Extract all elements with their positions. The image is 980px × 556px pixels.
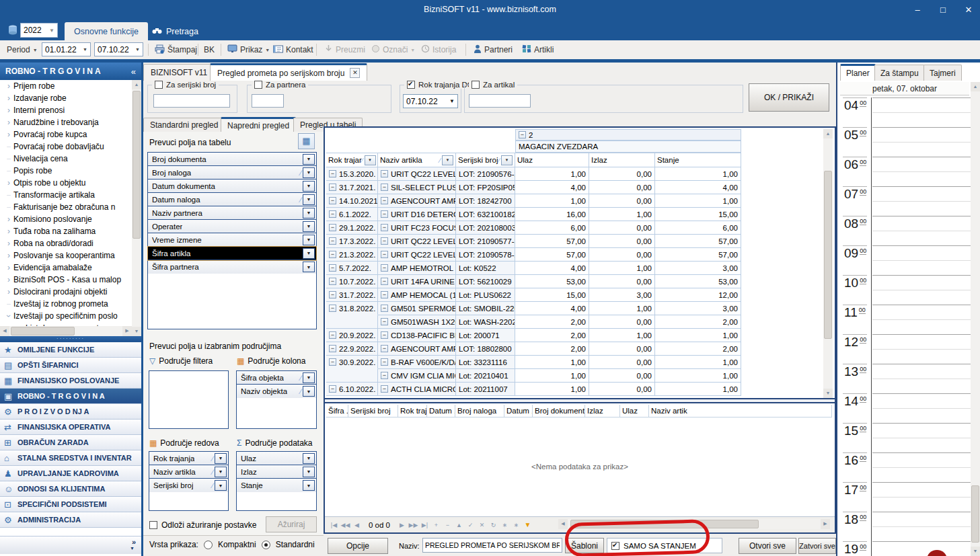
expand-icon[interactable] <box>4 190 13 200</box>
collapse-icon[interactable] <box>381 264 388 272</box>
expand-icon[interactable] <box>4 251 13 260</box>
article-name-cell[interactable]: URIT FC23 FOCUS SO... <box>378 221 456 235</box>
nav-button[interactable]: ▲ <box>454 522 464 528</box>
collapse-icon[interactable] <box>381 372 388 379</box>
field-item[interactable]: Vreme izmene ∕ <box>148 233 316 247</box>
expand-icon[interactable] <box>4 214 13 224</box>
collapse-icon[interactable] <box>329 331 336 339</box>
scroll-left-icon[interactable]: ◀ <box>558 519 568 529</box>
collapse-icon[interactable] <box>329 345 336 352</box>
view-button[interactable]: Prikaz▼ <box>225 42 272 57</box>
collapse-icon[interactable] <box>381 305 388 312</box>
expand-icon[interactable] <box>4 227 13 236</box>
expand-icon[interactable] <box>4 166 13 175</box>
tree-item[interactable]: BizniSoft POS - Kasa u malop <box>0 274 132 286</box>
scrollbar-thumb[interactable] <box>570 520 759 528</box>
serial-number-cell[interactable]: LOT: 21090576-2 <box>456 167 515 181</box>
collapse-icon[interactable] <box>381 237 388 245</box>
field-item[interactable]: Rok trajanja ∕ <box>149 452 228 465</box>
serial-number-cell[interactable]: LOT: 18802800 <box>456 342 515 356</box>
pivot-row[interactable]: 20.9.2022. CD138-PACIFIC BLUE,... Lot: 2… <box>326 329 741 342</box>
expiry-date-cell[interactable]: 6.10.2022. <box>326 383 378 396</box>
expand-icon[interactable] <box>4 118 13 127</box>
pivot-row[interactable]: 10.7.2022. URIT 14FA URINE RE... LOT: 56… <box>326 275 741 288</box>
tab-pretraga[interactable]: Pretraga <box>143 22 208 40</box>
field-item[interactable]: Broj naloga ∕ <box>148 166 316 180</box>
collapse-icon[interactable] <box>329 237 336 245</box>
detail-column-header[interactable]: Broj naloga <box>455 405 504 418</box>
report-name-input[interactable] <box>422 538 562 553</box>
filter-button[interactable] <box>365 155 376 165</box>
serial-checkbox[interactable] <box>155 81 163 89</box>
expiry-date-cell[interactable]: 5.7.2022. <box>326 262 378 275</box>
expiry-date-cell[interactable]: 20.9.2022. <box>326 329 378 342</box>
column-header-stanje[interactable]: Stanje <box>655 153 741 167</box>
pivot-row[interactable]: GM501WASH 1X20ML,... Lot: WASH-2202 2,00… <box>326 315 741 329</box>
article-name-cell[interactable]: B-RAF V600E/K/D/R/M... <box>378 356 456 369</box>
expiry-date-cell[interactable]: 6.1.2022. <box>326 208 378 221</box>
tree-item[interactable]: Interni prenosi <box>0 104 132 116</box>
tree-item[interactable]: Izdavanje robe <box>0 92 132 104</box>
module-button[interactable]: ⊡ SPECIFIČNI PODSISTEMI <box>0 497 141 512</box>
nav-button[interactable]: ▶| <box>420 522 430 528</box>
pivot-row[interactable]: 14.10.2021. AGENCOURT AMPURE... LOT: 182… <box>326 194 741 208</box>
nav-button[interactable]: + <box>431 522 441 528</box>
hour-slot[interactable]: 1300 <box>840 364 971 393</box>
serial-number-cell[interactable]: Lot: 20210401 <box>456 369 515 383</box>
field-dropdown-button[interactable] <box>215 467 227 477</box>
tree-item[interactable]: Izveštaji po specifičnim poslo <box>0 310 132 322</box>
pivot-row[interactable]: 31.7.2021. SIL-SELECT PLUS - 16 ... LOT:… <box>326 181 741 194</box>
serial-number-cell[interactable]: LOT: FP20SIP05 <box>456 181 515 194</box>
close-button[interactable]: ✕ <box>959 4 978 16</box>
pivot-row[interactable]: 30.9.2022. B-RAF V600E/K/D/R/M... Lot: 3… <box>326 356 741 369</box>
field-dropdown-button[interactable] <box>215 480 227 491</box>
serial-number-cell[interactable]: LOT: 20210800360-1 <box>456 221 515 235</box>
filter-button[interactable] <box>442 155 453 165</box>
module-button[interactable]: ⌂ STALNA SREDSTVA I INVENTAR <box>0 450 141 466</box>
pivot-row[interactable]: 6.10.2022. ACTH CLIA MICROPA... Lot: 202… <box>326 383 741 396</box>
print-button[interactable]: Štampaj <box>152 42 200 57</box>
pivot-row[interactable]: 31.7.2022. AMP HEMOCAL (1X3 M... Lot: PL… <box>326 288 741 302</box>
article-name-cell[interactable]: SIL-SELECT PLUS - 16 ... <box>378 181 456 194</box>
standard-radio[interactable] <box>262 541 270 549</box>
collapse-icon[interactable] <box>329 278 336 285</box>
tree-item[interactable]: Roba na obradi/doradi <box>0 237 132 249</box>
tab-osnovne-funkcije[interactable]: Osnovne funkcije <box>65 22 148 40</box>
serial-number-cell[interactable]: Lot: SMOBIL-2201 <box>456 302 515 315</box>
hour-slot[interactable]: 1000 <box>840 275 971 305</box>
collapse-icon[interactable] <box>381 251 388 258</box>
collapse-icon[interactable] <box>329 385 336 393</box>
date-from-field[interactable]: 01.01.22▼ <box>42 42 91 56</box>
collapse-icon[interactable] <box>381 197 388 204</box>
more-modules-icon[interactable]: » <box>132 538 136 546</box>
stock-checkbox[interactable] <box>611 542 619 550</box>
expand-icon[interactable] <box>4 154 13 163</box>
nav-button[interactable]: ✓ <box>465 522 476 528</box>
collapse-icon[interactable] <box>381 278 388 285</box>
field-item[interactable]: Ulaz ∕ <box>237 452 316 465</box>
layout-grid-button[interactable]: ▦ <box>298 133 315 149</box>
tree-hscrollbar[interactable]: ◀ ▶ <box>0 326 132 336</box>
article-name-cell[interactable]: URIT QC22 LEVEL 2 8... <box>378 235 456 248</box>
article-name-cell[interactable]: URIT 14FA URINE RE... <box>378 275 456 288</box>
scroll-up-icon[interactable]: ▲ <box>823 129 833 138</box>
article-name-cell[interactable]: URIT QC22 LEVEL-1 (8... <box>378 167 456 181</box>
expiry-date-cell[interactable]: 17.3.2022. <box>326 235 378 248</box>
tab-za-stampu[interactable]: Za štampu <box>874 65 925 81</box>
collapse-icon[interactable] <box>381 291 388 299</box>
expand-icon[interactable] <box>4 106 13 115</box>
articles-button[interactable]: Artikli <box>519 42 556 57</box>
field-item[interactable]: Datum dokumenta ∕ <box>148 180 316 193</box>
field-dropdown-button[interactable] <box>303 386 315 397</box>
collapse-icon[interactable] <box>381 318 388 325</box>
serial-number-cell[interactable]: LOT: 632100182 <box>456 208 515 221</box>
module-button[interactable]: ♟ UPRAVLJANJE KADROVIMA <box>0 466 141 481</box>
partners-button[interactable]: Partneri <box>471 42 515 57</box>
filter-area-box[interactable] <box>149 370 229 429</box>
nav-button[interactable]: ∗ <box>511 522 521 528</box>
article-input[interactable] <box>469 94 531 108</box>
partner-checkbox[interactable] <box>254 81 262 89</box>
expiry-date-cell[interactable]: 21.3.2022. <box>326 248 378 262</box>
tab-pregled-prometa[interactable]: Pregled prometa po serijskom broju ✕ <box>210 63 367 81</box>
column-header-ulaz[interactable]: Ulaz <box>515 153 589 167</box>
